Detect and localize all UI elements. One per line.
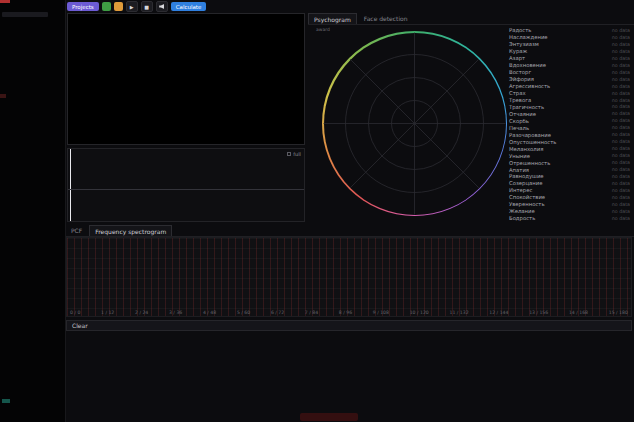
waveform-baseline xyxy=(68,189,304,190)
toolbar-button-green[interactable] xyxy=(102,2,111,11)
emotion-row: Уверенность no data xyxy=(509,201,630,208)
time-tick: 2 / 24 xyxy=(135,310,148,315)
emotion-value: no data xyxy=(612,28,630,33)
emotion-name: Меланхолия xyxy=(509,146,543,152)
emotion-row: Трагичность no data xyxy=(509,103,630,110)
emotion-value: no data xyxy=(612,181,630,186)
volume-button[interactable] xyxy=(156,1,168,12)
emotion-name: Отчаяние xyxy=(509,111,536,117)
emotion-row: Бодрость no data xyxy=(509,215,630,222)
speaker-icon xyxy=(159,4,164,9)
emotion-value: no data xyxy=(612,167,630,172)
emotion-name: Кураж xyxy=(509,48,527,54)
emotion-row: Агрессивность no data xyxy=(509,83,630,90)
emotion-value: no data xyxy=(612,77,630,82)
radar-grid xyxy=(322,31,507,216)
emotion-value: no data xyxy=(612,98,630,103)
emotion-name: Агрессивность xyxy=(509,83,550,89)
time-tick: 12 / 144 xyxy=(489,310,508,315)
emotion-value: no data xyxy=(612,216,630,221)
emotion-row: Отрешенность no data xyxy=(509,159,630,166)
emotion-name: Восторг xyxy=(509,69,531,75)
time-axis: 0 / 01 / 122 / 243 / 364 / 485 / 606 / 7… xyxy=(70,310,628,315)
emotion-value: no data xyxy=(612,188,630,193)
emotion-row: Опустошенность no data xyxy=(509,138,630,145)
emotion-name: Скорбь xyxy=(509,118,529,124)
emotion-row: Энтузиазм no data xyxy=(509,41,630,48)
toolbar-button-orange[interactable] xyxy=(114,2,123,11)
spectrogram-panel: 0 / 01 / 122 / 243 / 364 / 485 / 606 / 7… xyxy=(66,237,632,317)
emotion-name: Печаль xyxy=(509,125,529,131)
emotion-value: no data xyxy=(612,70,630,75)
emotion-name: Опустошенность xyxy=(509,139,556,145)
emotion-value: no data xyxy=(612,132,630,137)
emotion-row: Меланхолия no data xyxy=(509,145,630,152)
sidebar-marker-red xyxy=(0,0,10,3)
emotion-value: no data xyxy=(612,111,630,116)
emotion-name: Уверенность xyxy=(509,201,545,207)
left-sidebar xyxy=(0,0,66,422)
emotion-row: Скорбь no data xyxy=(509,117,630,124)
emotion-row: Страх no data xyxy=(509,90,630,97)
emotion-value: no data xyxy=(612,118,630,123)
emotion-row: Наслаждение no data xyxy=(509,34,630,41)
emotion-name: Азарт xyxy=(509,55,525,61)
time-tick: 13 / 156 xyxy=(529,310,548,315)
waveform-panel: full xyxy=(67,148,305,222)
video-preview xyxy=(67,13,305,145)
emotion-value: no data xyxy=(612,146,630,151)
tab-frequency-spectrogram[interactable]: Frequency spectrogram xyxy=(89,225,172,236)
emotion-value: no data xyxy=(612,153,630,158)
clear-button[interactable]: Clear xyxy=(66,320,632,331)
time-tick: 11 / 132 xyxy=(450,310,469,315)
emotion-row: Разочарование no data xyxy=(509,131,630,138)
tab-face-detection[interactable]: Face detection xyxy=(359,13,413,24)
calculate-button[interactable]: Calculate xyxy=(171,2,207,11)
emotion-name: Отрешенность xyxy=(509,160,550,166)
stop-icon: ■ xyxy=(144,4,149,10)
emotion-name: Вдохновение xyxy=(509,62,546,68)
emotion-value: no data xyxy=(612,91,630,96)
emotion-name: Эйфория xyxy=(509,76,534,82)
emotion-name: Страх xyxy=(509,90,526,96)
time-tick: 10 / 120 xyxy=(410,310,429,315)
play-icon: ▶ xyxy=(130,4,134,10)
projects-button[interactable]: Projects xyxy=(67,2,99,11)
emotion-row: Восторг no data xyxy=(509,69,630,76)
emotion-name: Интерес xyxy=(509,187,532,193)
tab-psychogram[interactable]: Psychogram xyxy=(308,13,357,24)
emotion-row: Отчаяние no data xyxy=(509,110,630,117)
emotion-value: no data xyxy=(612,35,630,40)
full-checkbox[interactable]: full xyxy=(287,151,301,157)
emotion-value: no data xyxy=(612,174,630,179)
bottom-panel-tabs: PCF Frequency spectrogram xyxy=(66,225,634,237)
emotion-row: Спокойствие no data xyxy=(509,194,630,201)
emotion-value: no data xyxy=(612,160,630,165)
footer-red-smudge xyxy=(300,413,358,421)
emotions-list: Радость no data Наслаждение no data Энту… xyxy=(509,27,630,222)
right-panel-tabs: Psychogram Face detection xyxy=(308,13,634,25)
emotion-row: Апатия no data xyxy=(509,166,630,173)
emotion-name: Трагичность xyxy=(509,104,544,110)
time-tick: 3 / 36 xyxy=(169,310,182,315)
emotion-name: Созерцание xyxy=(509,180,542,186)
emotion-value: no data xyxy=(612,63,630,68)
emotion-row: Равнодушие no data xyxy=(509,173,630,180)
emotion-value: no data xyxy=(612,209,630,214)
sidebar-marker-item xyxy=(2,12,48,17)
toolbar: Projects ▶ ■ Calculate xyxy=(67,1,206,12)
play-button[interactable]: ▶ xyxy=(126,1,138,12)
time-tick: 7 / 84 xyxy=(305,310,318,315)
time-tick: 15 / 180 xyxy=(609,310,628,315)
emotion-row: Радость no data xyxy=(509,27,630,34)
emotion-row: Созерцание no data xyxy=(509,180,630,187)
emotion-row: Интерес no data xyxy=(509,187,630,194)
playhead[interactable] xyxy=(70,149,71,221)
stop-button[interactable]: ■ xyxy=(141,1,153,12)
tab-pcf[interactable]: PCF xyxy=(66,225,87,236)
time-tick: 0 / 0 xyxy=(70,310,80,315)
app-window: Projects ▶ ■ Calculate full Psychogram F… xyxy=(0,0,634,422)
time-tick: 8 / 96 xyxy=(339,310,352,315)
emotion-name: Желание xyxy=(509,208,535,214)
time-tick: 5 / 60 xyxy=(237,310,250,315)
